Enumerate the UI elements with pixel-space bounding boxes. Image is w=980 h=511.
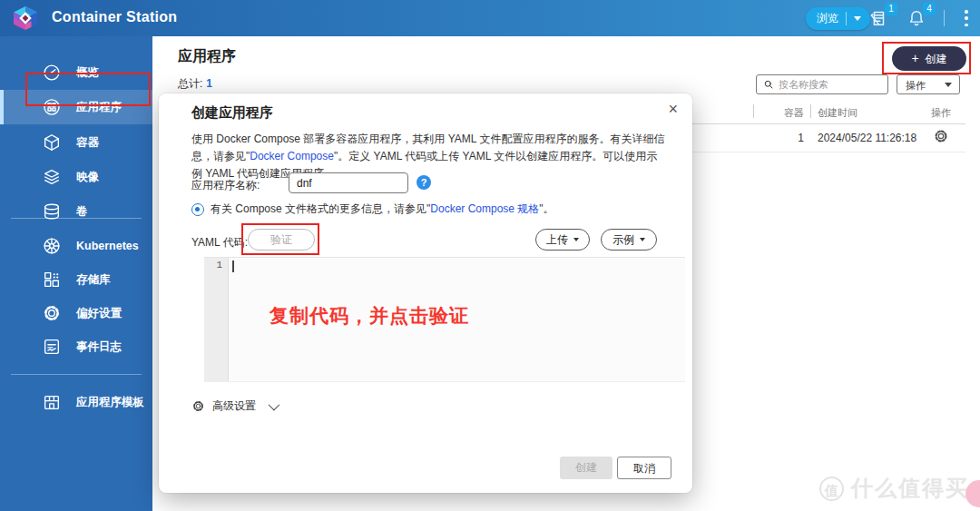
sidebar-divider	[11, 218, 142, 219]
layers-icon	[42, 167, 62, 187]
top-bar: Container Station 浏览 1 4	[0, 0, 980, 36]
log-icon	[42, 337, 62, 357]
sidebar-item-applications[interactable]: 应用程序	[0, 90, 152, 124]
gear-icon	[42, 303, 62, 323]
upload-button[interactable]: 上传	[535, 229, 590, 251]
background-tasks-button[interactable]: 1	[868, 8, 890, 30]
topbar-divider	[944, 10, 945, 26]
text-cursor	[232, 260, 234, 272]
sidebar-divider	[11, 374, 142, 375]
watermark-badge: 值	[819, 477, 844, 501]
sidebar-item-overview[interactable]: 概览	[0, 55, 152, 90]
gauge-icon	[42, 63, 62, 83]
sidebar-item-registries[interactable]: 存储库	[0, 262, 152, 297]
chevron-down-icon	[573, 238, 579, 241]
total-count: 总计:1	[178, 76, 212, 92]
sidebar-item-containers[interactable]: 容器	[0, 125, 152, 160]
sidebar-item-images[interactable]: 映像	[0, 160, 152, 194]
more-options-button[interactable]	[960, 10, 973, 26]
chevron-down-icon	[269, 399, 280, 411]
table-header-containers[interactable]: 容器	[762, 106, 804, 120]
create-button[interactable]: +创建	[892, 46, 966, 71]
registry-icon	[42, 270, 62, 290]
sample-button[interactable]: 示例	[601, 229, 657, 251]
search-input[interactable]: 按名称搜索	[756, 74, 888, 94]
info-icon	[191, 203, 204, 216]
chevron-down-icon	[640, 238, 645, 241]
compose-info-note: 有关 Compose 文件格式的更多信息，请参见"Docker Compose …	[191, 201, 554, 217]
sidebar-item-volumes[interactable]: 卷	[0, 194, 152, 229]
dialog-cancel-button[interactable]: 取消	[617, 457, 671, 479]
annotation-text: 复制代码，并点击验证	[270, 303, 469, 329]
watermark-text: 什么值得买	[851, 474, 969, 503]
container-station-logo	[13, 5, 38, 31]
template-icon	[42, 392, 62, 412]
wheel-icon	[42, 236, 62, 256]
close-icon[interactable]: ×	[668, 99, 678, 119]
sidebar: 概览 应用程序 容器 映像 卷 Kubernetes 存储库 偏好设	[0, 36, 152, 511]
sidebar-item-preferences[interactable]: 偏好设置	[0, 296, 152, 330]
compose-spec-link[interactable]: Docker Compose 规格	[430, 201, 539, 217]
table-header-created[interactable]: 创建时间	[818, 106, 858, 120]
search-placeholder: 按名称搜索	[779, 78, 828, 92]
gear-icon	[191, 399, 205, 413]
browse-button[interactable]: 浏览	[806, 7, 870, 30]
column-divider	[810, 104, 811, 118]
app-title: Container Station	[52, 9, 177, 25]
editor-gutter: 1	[204, 258, 229, 381]
line-number: 1	[216, 260, 222, 270]
help-icon[interactable]: ?	[416, 175, 431, 190]
apps-icon	[42, 97, 62, 117]
row-actions-button[interactable]	[933, 128, 949, 144]
search-icon	[763, 79, 774, 90]
row-created-time: 2024/05/22 11:26:18	[818, 132, 916, 144]
sidebar-item-event-logs[interactable]: 事件日志	[0, 329, 152, 364]
column-divider	[753, 104, 754, 118]
chevron-down-icon	[945, 83, 952, 87]
dialog-create-button[interactable]: 创建	[560, 457, 612, 479]
app-name-input[interactable]	[289, 172, 408, 193]
advanced-settings-toggle[interactable]: 高级设置	[191, 398, 277, 414]
gear-icon	[933, 128, 949, 144]
action-dropdown[interactable]: 操作	[897, 74, 960, 94]
watermark: 值 什么值得买	[819, 474, 969, 503]
table-header-actions: 操作	[931, 106, 951, 120]
validate-button[interactable]: 验证	[248, 229, 315, 251]
dialog-description: 使用 Docker Compose 部署多容器应用程序，其利用 YAML 文件配…	[191, 131, 667, 182]
browse-caret[interactable]	[847, 16, 870, 21]
yaml-code-label: YAML 代码:	[191, 235, 248, 251]
dialog-title: 创建应用程序	[191, 104, 273, 122]
create-application-dialog: 创建应用程序 × 使用 Docker Compose 部署多容器应用程序，其利用…	[159, 93, 692, 493]
sidebar-item-app-templates[interactable]: 应用程序模板	[0, 385, 152, 419]
tasks-badge: 1	[885, 3, 897, 15]
app-name-label: 应用程序名称:	[191, 178, 260, 193]
sidebar-item-kubernetes[interactable]: Kubernetes	[0, 229, 152, 263]
cube-icon	[42, 133, 62, 152]
notifications-badge: 4	[923, 3, 936, 15]
row-containers-count: 1	[762, 132, 804, 144]
docker-compose-link[interactable]: Docker Compose	[250, 150, 334, 162]
plus-icon: +	[911, 51, 918, 65]
page-title: 应用程序	[178, 47, 236, 66]
browse-button-label: 浏览	[806, 11, 846, 26]
yaml-code-editor[interactable]: 1 复制代码，并点击验证	[204, 257, 685, 382]
container-station-window: Container Station 浏览 1 4 概览 应用程序 容器	[0, 0, 980, 511]
chevron-down-icon	[854, 16, 861, 21]
notifications-button[interactable]: 4	[906, 8, 928, 30]
total-value: 1	[206, 77, 212, 90]
